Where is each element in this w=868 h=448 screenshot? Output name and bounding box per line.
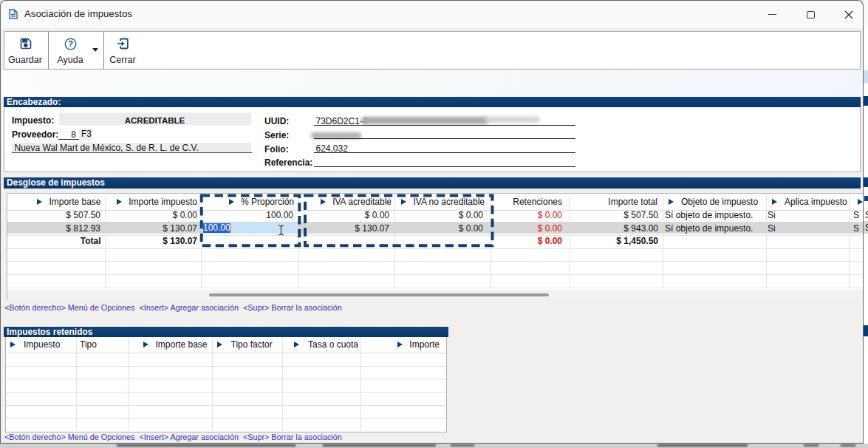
svg-text:?: ? xyxy=(68,39,73,48)
